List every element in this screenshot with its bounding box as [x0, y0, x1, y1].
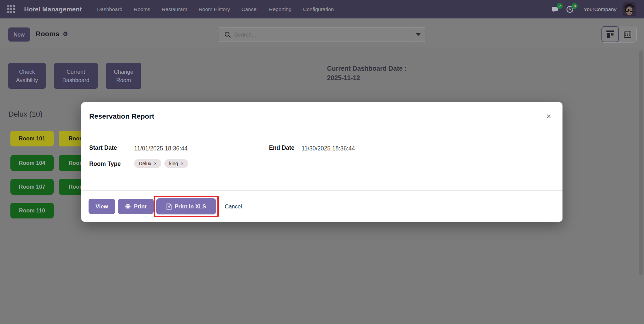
current-dashboard-date: Current Dashboard Date : 2025-11-12	[327, 64, 407, 82]
user-avatar[interactable]	[623, 2, 636, 16]
scrollbar-thumb[interactable]	[639, 51, 643, 275]
tag-king[interactable]: king ×	[164, 159, 188, 168]
app-title[interactable]: Hotel Management	[24, 6, 82, 13]
room-type-label: Room Type	[89, 160, 121, 168]
apps-menu-icon[interactable]	[7, 5, 15, 13]
messages-badge: 7	[557, 3, 563, 9]
print-label: Print	[134, 203, 147, 210]
print-in-xls-label: Print In XLS	[175, 203, 206, 210]
dialog-header: Reservation Report ×	[81, 102, 562, 130]
cancel-button[interactable]: Cancel	[225, 199, 242, 214]
room-type-tags: Delux × king ×	[134, 159, 188, 168]
print-button[interactable]: Print	[118, 199, 154, 214]
activities-badge: 8	[572, 3, 578, 9]
start-date-label: Start Date	[89, 144, 117, 151]
dialog-title: Reservation Report	[89, 112, 154, 120]
end-date-value[interactable]: 11/30/2025 18:36:44	[302, 145, 355, 152]
kanban-view-button[interactable]	[601, 26, 619, 42]
svg-text:x: x	[168, 205, 170, 209]
search-bar	[219, 27, 425, 42]
room-category-title: Delux (10)	[8, 110, 42, 119]
tag-delux[interactable]: Delux ×	[134, 159, 161, 168]
gear-icon[interactable]: ⚙	[63, 30, 68, 38]
tag-label: king	[169, 161, 178, 166]
room-button[interactable]: Room 104	[10, 155, 54, 171]
company-name[interactable]: YourCompany	[584, 6, 616, 12]
control-panel: New Rooms ⚙	[0, 18, 644, 47]
remove-tag-icon[interactable]: ×	[181, 161, 183, 166]
menu-dashboard[interactable]: Dashboard	[93, 4, 127, 15]
calendar-view-button[interactable]	[619, 26, 636, 42]
room-button[interactable]: Room 110	[10, 203, 54, 218]
menu-restaurant[interactable]: Restaurant	[157, 4, 192, 15]
avatar-image	[623, 2, 636, 16]
close-icon[interactable]: ×	[545, 111, 552, 122]
start-date-value[interactable]: 11/01/2025 18:36:44	[134, 145, 187, 152]
xls-file-icon: x	[166, 203, 172, 210]
remove-tag-icon[interactable]: ×	[154, 161, 157, 166]
menu-reporting[interactable]: Reporting	[265, 4, 296, 15]
page-title: Rooms	[36, 30, 59, 38]
change-room-button[interactable]: Change Room	[106, 63, 141, 89]
search-input[interactable]	[231, 31, 411, 38]
view-switcher	[601, 26, 637, 43]
search-filter-dropdown[interactable]	[411, 27, 425, 42]
check-availability-button[interactable]: Check Avaibility	[8, 63, 46, 89]
tag-label: Delux	[139, 161, 151, 166]
dialog-footer: View Print x Print In XLS Cancel	[81, 190, 562, 222]
dashboard-date-value: 2025-11-12	[327, 73, 407, 82]
print-in-xls-button[interactable]: x Print In XLS	[156, 198, 216, 214]
activities-button[interactable]: 8	[564, 4, 576, 15]
messages-button[interactable]: 7	[549, 4, 561, 15]
highlight-box: x Print In XLS	[154, 196, 219, 217]
dashboard-date-label: Current Dashboard Date :	[327, 64, 407, 73]
printer-icon	[125, 204, 131, 209]
reservation-report-dialog: Reservation Report × Start Date 11/01/20…	[81, 102, 562, 222]
kanban-icon	[606, 30, 614, 38]
dialog-body: Start Date 11/01/2025 18:36:44 End Date …	[81, 130, 562, 190]
chevron-down-icon	[416, 33, 421, 36]
end-date-label: End Date	[269, 144, 294, 151]
room-button[interactable]: Room 107	[10, 179, 54, 195]
current-dashboard-button[interactable]: Current Dashboard	[54, 63, 98, 89]
view-button[interactable]: View	[89, 199, 115, 214]
search-icon	[224, 31, 231, 38]
room-button[interactable]: Room 101	[10, 131, 54, 146]
menu-cancel[interactable]: Cancel	[237, 4, 262, 15]
new-button[interactable]: New	[8, 27, 30, 42]
main-menu: Dashboard Rooms Restaurant Room History …	[93, 4, 338, 15]
menu-rooms[interactable]: Rooms	[129, 4, 155, 15]
calendar-icon	[624, 30, 631, 38]
menu-configuration[interactable]: Configuration	[299, 4, 338, 15]
menu-room-history[interactable]: Room History	[194, 4, 234, 15]
top-navbar: Hotel Management Dashboard Rooms Restaur…	[0, 0, 644, 18]
